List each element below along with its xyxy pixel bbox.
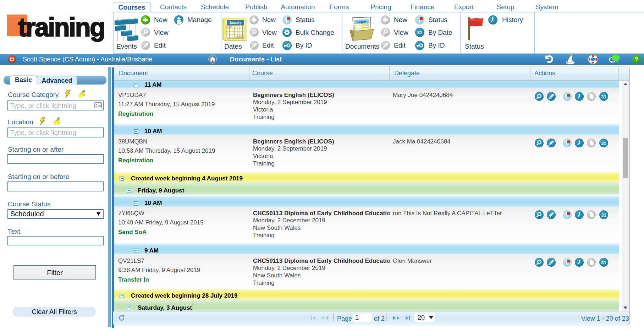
svg-text:31: 31 [601, 212, 606, 217]
svg-text:31: 31 [601, 260, 606, 265]
svg-text:?: ? [635, 56, 638, 63]
svg-text:31: 31 [417, 30, 422, 35]
svg-text:Enquiry: Enquiry [357, 20, 367, 23]
svg-text:31: 31 [601, 94, 606, 99]
svg-text:January: January [230, 21, 242, 25]
svg-text:31: 31 [601, 140, 606, 146]
